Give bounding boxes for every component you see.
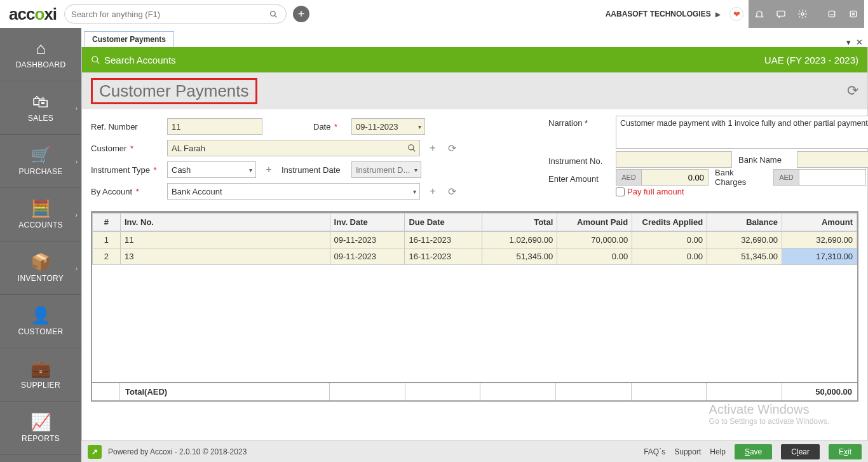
calculator-icon: 🧮	[31, 200, 51, 217]
close-icon[interactable]	[843, 0, 864, 28]
add-instrument-icon[interactable]: +	[262, 163, 275, 176]
logo-part-dot: o	[34, 4, 44, 24]
sidebar-item-sales[interactable]: 🛍 SALES ›	[0, 81, 81, 135]
by-account-select[interactable]	[167, 183, 420, 200]
cell-amount[interactable]: 32,690.00	[782, 232, 857, 248]
exit-button[interactable]: Exit	[829, 444, 862, 459]
search-accounts-button[interactable]: Search Accounts	[91, 55, 176, 65]
chevron-right-icon: ›	[76, 158, 78, 165]
bell-icon[interactable]	[749, 0, 770, 28]
page-title: Customer Payments	[99, 81, 249, 101]
windows-watermark: Activate Windows Go to Settings to activ…	[709, 402, 829, 426]
bank-charges-input[interactable]	[799, 169, 866, 186]
exit-label: Exit	[839, 447, 851, 456]
svg-line-1	[275, 15, 276, 17]
add-account-icon[interactable]: +	[426, 185, 439, 198]
instrument-no-input[interactable]	[616, 151, 732, 168]
sidebar-item-accounts[interactable]: 🧮 ACCOUNTS ›	[0, 188, 81, 241]
company-name[interactable]: AABASOFT TECHNOLOGIES ▶	[606, 10, 721, 18]
brand-icon[interactable]: ❤	[729, 7, 743, 21]
sidebar-item-supplier[interactable]: 💼 SUPPLIER	[0, 348, 81, 402]
grid-footer: Total(AED) 50,000.00	[92, 382, 857, 400]
global-search[interactable]	[64, 4, 287, 24]
bank-charges-label: Bank Charges	[715, 168, 767, 187]
add-customer-icon[interactable]: +	[426, 142, 439, 154]
col-amount[interactable]: Amount	[782, 214, 857, 231]
narration-input[interactable]: Customer made payment with 1 invoice ful…	[616, 116, 868, 149]
chat-icon[interactable]	[770, 0, 792, 28]
instrument-type-select[interactable]	[167, 161, 256, 178]
save-button[interactable]: Save	[735, 444, 772, 459]
action-bar: Search Accounts UAE (FY 2023 - 2023)	[82, 47, 867, 72]
footer-total-value: 50,000.00	[782, 383, 857, 400]
cell-credits: 0.00	[632, 232, 707, 248]
customer-input[interactable]	[167, 140, 420, 156]
help-link[interactable]: Help	[710, 447, 726, 456]
clear-button[interactable]: Clear	[781, 444, 820, 459]
col-total[interactable]: Total	[482, 214, 557, 231]
refresh-customer-icon[interactable]: ⟳	[445, 142, 458, 154]
support-link[interactable]: Support	[674, 447, 701, 456]
sidebar-item-purchase[interactable]: 🛒 PURCHASE ›	[0, 135, 81, 188]
bag-icon: 🛍	[32, 93, 49, 110]
table-row[interactable]: 2 13 09-11-2023 16-11-2023 51,345.00 0.0…	[93, 248, 857, 265]
bank-name-label: Bank Name	[738, 155, 790, 165]
col-due-date[interactable]: Due Date	[405, 214, 482, 231]
cell-credits: 0.00	[632, 248, 707, 265]
col-amount-paid[interactable]: Amount Paid	[557, 214, 632, 231]
svg-rect-4	[829, 11, 834, 17]
search-icon[interactable]	[269, 9, 280, 19]
instrument-no-label: Instrument No.	[548, 154, 609, 166]
ref-number-input[interactable]	[167, 118, 262, 135]
svg-point-3	[801, 13, 804, 15]
refresh-icon[interactable]: ⟳	[847, 83, 858, 99]
pay-full-input[interactable]	[616, 187, 625, 196]
pay-full-label: Pay full amount	[627, 187, 684, 196]
minimize-icon[interactable]	[821, 0, 843, 28]
clear-label: Clear	[791, 447, 810, 456]
sidebar-item-label: CUSTOMER	[18, 327, 64, 336]
sidebar-item-label: SUPPLIER	[21, 381, 60, 390]
bank-name-input[interactable]	[797, 151, 868, 168]
page-title-highlight: Customer Payments	[91, 78, 257, 104]
sidebar-item-inventory[interactable]: 📦 INVENTORY ›	[0, 241, 81, 295]
cell-paid: 0.00	[557, 248, 632, 265]
col-balance[interactable]: Balance	[707, 214, 782, 231]
date-label: Date *	[313, 122, 345, 132]
col-num[interactable]: #	[93, 214, 121, 231]
search-icon[interactable]	[407, 142, 416, 153]
sidebar: ⌂ DASHBOARD 🛍 SALES › 🛒 PURCHASE › 🧮 ACC…	[0, 28, 81, 462]
sidebar-item-dashboard[interactable]: ⌂ DASHBOARD	[0, 28, 81, 81]
col-credits[interactable]: Credits Applied	[632, 214, 707, 231]
topbar: accoxi + AABASOFT TECHNOLOGIES ▶ ❤	[0, 0, 868, 28]
app-logo: accoxi	[4, 4, 62, 24]
tab-strip: Customer Payments ▾ ✕	[81, 28, 868, 47]
sidebar-item-reports[interactable]: 📈 REPORTS	[0, 402, 81, 455]
cell-balance: 32,690.00	[707, 232, 782, 248]
page-header: Customer Payments ⟳	[82, 72, 867, 109]
user-icon: 👤	[31, 307, 51, 323]
search-input[interactable]	[71, 10, 269, 19]
gear-icon[interactable]	[792, 0, 813, 28]
cell-total: 51,345.00	[482, 248, 557, 265]
cell-amount[interactable]: 17,310.00	[782, 248, 857, 265]
sidebar-item-label: REPORTS	[22, 434, 60, 443]
date-input[interactable]	[351, 118, 425, 135]
sidebar-item-customer[interactable]: 👤 CUSTOMER	[0, 295, 81, 348]
watermark-line2: Go to Settings to activate Windows.	[709, 417, 829, 426]
faqs-link[interactable]: FAQ`s	[644, 447, 665, 456]
tab-customer-payments[interactable]: Customer Payments	[84, 31, 174, 47]
add-button[interactable]: +	[293, 6, 309, 22]
enter-amount-input[interactable]	[641, 169, 709, 186]
chevron-right-icon: ›	[76, 104, 78, 111]
sidebar-item-label: DASHBOARD	[16, 60, 66, 69]
table-row[interactable]: 1 11 09-11-2023 16-11-2023 1,02,690.00 7…	[93, 232, 857, 248]
home-icon: ⌂	[36, 40, 46, 57]
tab-close-icon[interactable]: ✕	[856, 37, 863, 47]
tab-dropdown-icon[interactable]: ▾	[846, 37, 851, 47]
pay-full-checkbox[interactable]: Pay full amount	[616, 187, 684, 196]
refresh-account-icon[interactable]: ⟳	[445, 185, 458, 198]
col-inv-date[interactable]: Inv. Date	[330, 214, 405, 231]
window-controls	[749, 0, 864, 28]
col-inv-no[interactable]: Inv. No.	[120, 214, 330, 231]
